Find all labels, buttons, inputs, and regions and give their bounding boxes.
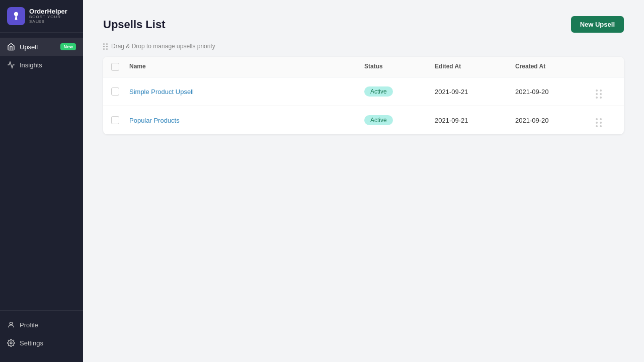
row1-name: Simple Product Upsell (129, 87, 364, 96)
page-header: Upsells List New Upsell (103, 16, 624, 33)
row1-status-badge: Active (364, 86, 393, 97)
row1-name-link[interactable]: Simple Product Upsell (129, 88, 194, 96)
table-row: Popular Products Active 2021-09-21 2021-… (103, 106, 624, 134)
logo-icon (7, 7, 25, 25)
row1-drag-icon (596, 89, 602, 99)
sidebar-nav: Upsell New Insights Profile (0, 33, 83, 362)
row1-drag-handle[interactable] (596, 84, 616, 99)
drag-hint: Drag & Drop to manage upsells priority (103, 43, 624, 50)
row2-name-link[interactable]: Popular Products (129, 117, 180, 124)
sidebar-profile-label: Profile (20, 321, 38, 329)
row1-created-at: 2021-09-20 (515, 88, 596, 96)
row1-edited-at: 2021-09-21 (435, 88, 515, 96)
row1-checkbox[interactable] (111, 87, 119, 96)
page-title: Upsells List (103, 18, 165, 31)
table-row: Simple Product Upsell Active 2021-09-21 … (103, 77, 624, 106)
logo-subtitle: BOOST YOUR SALES (29, 15, 76, 24)
col-created-at: Created At (515, 63, 596, 71)
row2-drag-icon (596, 118, 602, 127)
sidebar-item-settings[interactable]: Settings (0, 334, 83, 352)
row2-name: Popular Products (129, 116, 364, 125)
row1-checkbox-cell (111, 87, 129, 96)
header-checkbox[interactable] (111, 63, 119, 71)
row2-edited-at: 2021-09-21 (435, 117, 515, 124)
col-name: Name (129, 63, 364, 71)
insights-icon (7, 61, 15, 69)
table-header: Name Status Edited At Created At (103, 57, 624, 77)
upsell-badge: New (60, 43, 76, 50)
profile-icon (7, 321, 15, 329)
row2-checkbox-cell (111, 116, 129, 124)
col-edited-at: Edited At (435, 63, 515, 71)
row2-checkbox[interactable] (111, 116, 119, 124)
sidebar-item-profile[interactable]: Profile (0, 316, 83, 334)
svg-point-1 (10, 342, 12, 344)
home-icon (7, 43, 15, 51)
content-area: Upsells List New Upsell Drag & Drop to m… (83, 0, 644, 362)
row2-drag-handle[interactable] (596, 113, 616, 127)
sidebar-item-upsell[interactable]: Upsell New (0, 38, 83, 56)
logo-title: OrderHelper (29, 8, 76, 15)
row2-status: Active (364, 115, 435, 125)
sidebar-item-insights[interactable]: Insights (0, 56, 83, 74)
app-logo: OrderHelper BOOST YOUR SALES (0, 0, 83, 33)
svg-point-0 (10, 322, 12, 325)
upsells-table: Name Status Edited At Created At Simple … (103, 57, 624, 134)
row2-created-at: 2021-09-20 (515, 117, 596, 124)
settings-icon (7, 339, 15, 347)
sidebar-bottom: Profile Settings (0, 310, 83, 357)
drag-hint-text: Drag & Drop to manage upsells priority (111, 43, 215, 50)
sidebar-settings-label: Settings (20, 339, 43, 347)
sidebar-upsell-label: Upsell (20, 43, 38, 51)
sidebar-insights-label: Insights (20, 61, 42, 69)
new-upsell-button[interactable]: New Upsell (571, 16, 624, 33)
row2-status-badge: Active (364, 115, 393, 125)
main-content: Upsells List New Upsell Drag & Drop to m… (83, 0, 644, 362)
sidebar: OrderHelper BOOST YOUR SALES Upsell New … (0, 0, 83, 362)
row1-status: Active (364, 86, 435, 97)
drag-dots-icon (103, 43, 108, 50)
header-checkbox-cell (111, 63, 129, 71)
col-status: Status (364, 63, 435, 71)
